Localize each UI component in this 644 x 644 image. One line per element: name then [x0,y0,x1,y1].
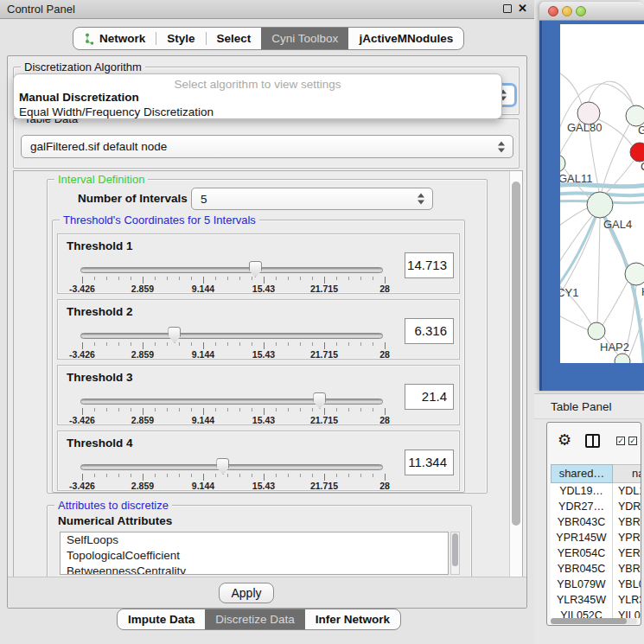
network-node-label: GAL11 [560,172,593,185]
zoom-traffic-icon[interactable] [576,6,586,16]
attributes-list-scrollbar[interactable] [450,532,460,575]
settings-vertical-scrollbar[interactable] [509,171,522,577]
network-view-window: GAL80GCGAL11GAL4GCY1HHAP2 [539,2,644,391]
threshold-coordinates-label: Threshold's Coordinates for 5 Intervals [60,214,259,226]
interval-definition-group: Interval Definition Number of Intervals … [47,179,488,494]
algorithm-option-equal-width[interactable]: Equal Width/Frequency Discretization [19,105,214,118]
table-row[interactable]: YDR27…YDR2 [551,499,641,514]
network-view-frame: GAL80GCGAL11GAL4GCY1HHAP2 [539,21,644,391]
checkbox-icon[interactable]: ✓ [628,437,637,445]
table-data-combobox[interactable]: galFiltered.sif default node [21,135,513,158]
table-rows[interactable]: YDL19…YDL1YDR27…YDR2YBR043CYBR0YPR145WYP… [551,483,641,618]
network-node-label: C [641,160,644,173]
apply-bar: Apply [8,577,526,608]
attribute-item[interactable]: SelfLoops [61,532,448,548]
table-data-group: Table Data galFiltered.sif default node [13,118,520,169]
algorithm-hint: Select algorithm to view settings [14,78,501,91]
slider-tick-labels: -3.4262.8599.14415.4321.71528 [58,481,459,491]
tab-network[interactable]: Network [73,28,156,49]
network-node[interactable] [587,192,613,218]
column-header-shared-name[interactable]: shared… [551,464,613,483]
threshold-slider-thumb[interactable] [216,458,229,475]
threshold-value-field[interactable]: 21.4 [405,384,454,410]
slider-tick-labels: -3.4262.8599.14415.4321.71528 [58,349,459,360]
network-node-label: GCY1 [560,286,578,299]
threshold-slider-track[interactable] [80,267,383,273]
node-table: shared… na YDL19…YDL1YDR27…YDR2YBR043CYB… [551,464,641,618]
network-node[interactable] [625,263,644,285]
table-row[interactable]: YBL079WYBL0 [551,577,641,592]
table-row[interactable]: YLR345WYLR3 [551,592,641,608]
threshold-slider-track[interactable] [80,399,383,405]
tab-select[interactable]: Select [207,28,262,49]
table-row[interactable]: YBR043CYBR0 [551,514,641,530]
table-panel-title: Table Panel [551,400,612,413]
algorithm-option-manual[interactable]: Manual Discretization [19,91,139,104]
attributes-label: Attributes to discretize [54,499,172,512]
table-row[interactable]: YER054CYER0 [551,545,641,561]
network-canvas[interactable]: GAL80GCGAL11GAL4GCY1HHAP2 [560,24,644,363]
threshold-1-panel: Threshold 1-3.4262.8599.14415.4321.71528… [57,233,460,294]
numerical-attributes-label: Numerical Attributes [58,514,172,527]
tab-style[interactable]: Style [156,28,205,49]
network-node-label: G [638,124,644,137]
slider-tick-labels: -3.4262.8599.14415.4321.71528 [58,284,459,294]
numerical-attributes-list[interactable]: SelfLoopsTopologicalCoefficientBetweenne… [60,532,449,575]
threshold-slider-track[interactable] [80,464,383,470]
settings-scrollpane: Interval Definition Number of Intervals … [13,170,523,578]
network-node-label: GAL4 [603,218,632,231]
network-window-titlebar [539,2,644,21]
columns-icon[interactable] [585,434,600,448]
threshold-title: Threshold 4 [67,437,133,450]
table-panel-titlebar: Table Panel [534,393,644,419]
threshold-coordinates-group: Threshold's Coordinates for 5 Intervals … [52,220,465,493]
threshold-3-panel: Threshold 3-3.4262.8599.14415.4321.71528… [57,365,460,425]
network-node[interactable] [615,354,630,363]
table-row[interactable]: YDL19…YDL1 [551,483,641,499]
threshold-value-field[interactable]: 14.713 [405,252,454,278]
table-row[interactable]: YPR145WYPR1 [551,530,641,545]
threshold-value-field[interactable]: 6.316 [405,318,454,344]
table-row[interactable]: YBR045CYBR0 [551,561,641,577]
threshold-value-field[interactable]: 11.344 [405,450,454,475]
float-window-icon[interactable] [503,4,512,13]
number-of-intervals-combobox[interactable]: 5 [191,188,433,210]
network-node[interactable] [588,322,605,340]
network-node-label: HAP2 [600,341,629,354]
slider-tick-labels: -3.4262.8599.14415.4321.71528 [58,415,459,425]
cyni-toolbox-panel: Discretization Algorithm Select algorith… [7,55,527,609]
tab-discretize-data[interactable]: Discretize Data [205,609,305,629]
threshold-slider-thumb[interactable] [313,392,326,409]
top-tabs: NetworkStyleSelectCyni ToolboxjActiveMNo… [73,27,464,50]
threshold-slider-track[interactable] [80,333,383,339]
close-icon[interactable]: ✕ [518,4,527,13]
checkbox-icon[interactable]: ✓ [616,437,625,445]
number-of-intervals-value: 5 [201,193,207,206]
table-row[interactable]: YIL052CYIL0 [551,608,641,618]
algorithm-dropdown-popup: Select algorithm to view settings Manual… [13,73,502,119]
tab-cyni-toolbox[interactable]: Cyni Toolbox [261,28,348,49]
table-data-value: galFiltered.sif default node [30,140,167,153]
column-header-name[interactable]: na [613,464,641,483]
table-horizontal-scrollbar[interactable] [551,618,637,624]
table-panel-toolbar: ⚙ ✓ ✓ [547,423,641,461]
tab-infer-network[interactable]: Infer Network [305,609,400,629]
threshold-title: Threshold 3 [67,371,133,384]
threshold-slider-thumb[interactable] [168,327,181,343]
threshold-title: Threshold 1 [67,239,133,252]
network-node[interactable] [630,143,644,162]
discretization-algorithm-label: Discretization Algorithm [21,61,145,73]
threshold-slider-thumb[interactable] [249,261,262,277]
tab-impute-data[interactable]: Impute Data [118,609,205,629]
control-panel-titlebar: Control Panel ✕ [0,0,534,19]
tab-jactivemnodules[interactable]: jActiveMNodules [348,28,463,49]
attribute-item[interactable]: BetweennessCentrality [61,564,448,575]
gear-icon[interactable]: ⚙ [558,432,571,448]
control-panel-window: Control Panel ✕ NetworkStyleSelectCyni T… [0,0,534,644]
table-panel: ⚙ ✓ ✓ shared… na YDL19…YDL1YDR27…YDR2YBR… [546,422,641,626]
window-title: Control Panel [7,3,75,16]
close-traffic-icon[interactable] [548,6,558,16]
apply-button[interactable]: Apply [219,583,274,603]
attribute-item[interactable]: TopologicalCoefficient [61,548,448,564]
minimize-traffic-icon[interactable] [562,6,572,16]
